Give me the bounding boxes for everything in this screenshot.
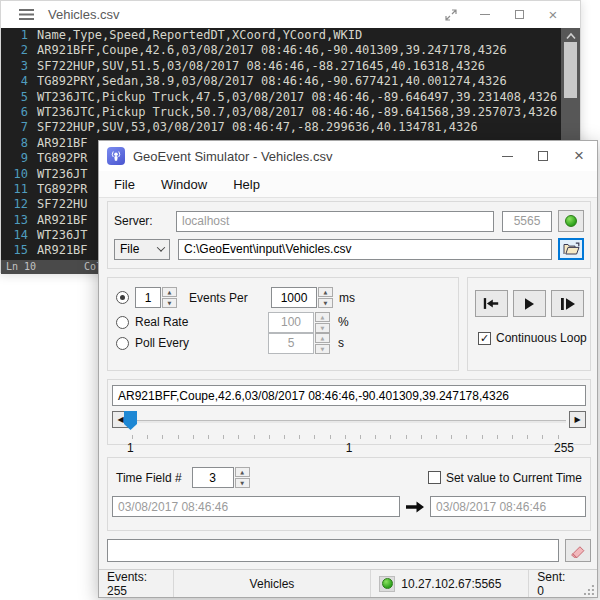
close-button[interactable]: × [561,141,597,171]
event-group: AR921BFF,Coupe,42.6,03/08/2017 08:46:46,… [107,379,591,445]
line-indicator: Ln 10 [6,260,36,274]
editor-line: 4TG892PRY,Sedan,38.9,03/08/2017 08:46:46… [1,74,580,89]
editor-line: 1Name,Type,Speed,ReportedDT,XCoord,YCoor… [1,28,580,43]
editor-titlebar: Vehicles.csv × [1,1,580,28]
chevron-down-icon [157,243,165,251]
clear-log-button[interactable] [565,539,591,562]
spin-up-icon[interactable]: ▲ [318,287,333,297]
slider-ticks [132,435,566,439]
menu-window[interactable]: Window [161,177,207,192]
real-rate-unit-label: % [338,315,349,329]
spin-down-icon[interactable]: ▼ [318,298,333,308]
expand-icon[interactable] [434,1,468,28]
message-row [107,539,591,562]
menu-file[interactable]: File [114,177,135,192]
resize-grip[interactable] [583,584,595,596]
geoevent-simulator-window: GeoEvent Simulator - Vehicles.csv × File… [98,140,598,598]
connection-status-button[interactable] [558,210,584,232]
connection-group: Server: localhost 5565 File C:\GeoEvent\… [107,201,591,269]
editor-line: 5WT236JTC,Pickup Truck,47.5,03/08/2017 0… [1,90,580,105]
playback-group: ✓ Continuous Loop [467,277,591,371]
continuous-loop-checkbox[interactable]: ✓ [478,332,491,345]
real-rate-stepper[interactable]: 100 ▲▼ [268,312,330,333]
minimize-button[interactable] [468,1,502,28]
simulator-titlebar: GeoEvent Simulator - Vehicles.csv × [99,141,597,171]
server-address: 10.27.102.67:5565 [401,577,501,591]
spin-up-icon[interactable]: ▲ [315,312,330,322]
interval-unit-label: ms [339,291,355,305]
scroll-up-icon [565,32,577,40]
menubar: File Window Help [99,171,597,198]
simulator-window-title: GeoEvent Simulator - Vehicles.csv [133,149,332,164]
continuous-loop-label: Continuous Loop [496,331,587,345]
eraser-icon [570,543,587,558]
time-to-field[interactable]: 03/08/2017 08:46:46 [430,496,586,517]
spin-up-icon[interactable]: ▲ [315,333,330,343]
skip-to-start-button[interactable] [475,290,508,317]
editor-window-title: Vehicles.csv [48,7,120,22]
slider-max-label: 255 [554,441,574,455]
events-count-stepper[interactable]: 1 ▲▼ [135,287,177,308]
feed-name: Vehicles [174,570,371,597]
open-folder-icon [563,242,580,256]
play-button[interactable] [513,290,546,317]
interval-stepper[interactable]: 1000 ▲▼ [271,287,333,308]
editor-line: 6WT236JTC,Pickup Truck,50.7,03/08/2017 0… [1,105,580,120]
sent-count: Sent: 0 [529,570,583,597]
spin-down-icon[interactable]: ▼ [315,344,330,354]
time-group: Time Field # 3 ▲▼ ✓ Set value to Current… [107,457,591,531]
play-icon [522,297,536,311]
real-rate-label: Real Rate [135,315,188,329]
time-field-label: Time Field # [116,471,182,485]
file-path-input[interactable]: C:\GeoEvent\input\Vehicles.csv [178,239,552,260]
scrollbar-thumb[interactable] [564,42,577,98]
rate-group: 1 ▲▼ Events Per 1000 ▲▼ ms Real Rate 100… [107,277,459,371]
events-count: Events: 255 [99,570,173,597]
event-slider[interactable]: ◀ ▶ 1 1 255 [108,409,590,443]
arrow-right-icon [405,500,425,514]
connected-icon [565,215,577,227]
step-forward-icon [559,297,576,311]
server-port-input[interactable]: 5565 [502,211,552,232]
real-rate-radio[interactable] [116,316,129,329]
maximize-button[interactable] [502,1,536,28]
slider-right-arrow[interactable]: ▶ [569,411,586,428]
events-per-label: Events Per [189,291,259,305]
maximize-button[interactable] [525,141,561,171]
browse-file-button[interactable] [558,238,584,260]
poll-stepper[interactable]: 5 ▲▼ [268,333,330,354]
server-label: Server: [114,214,176,228]
spin-up-icon[interactable]: ▲ [235,467,250,477]
slider-track[interactable] [132,420,566,423]
set-current-time-label: Set value to Current Time [446,471,582,485]
server-address-cell: 10.27.102.67:5565 [371,570,528,597]
step-forward-button[interactable] [551,290,584,317]
slider-current-label: 1 [346,441,353,455]
poll-every-radio[interactable] [116,337,129,350]
menu-help[interactable]: Help [233,177,260,192]
spin-down-icon[interactable]: ▼ [315,323,330,333]
time-from-field[interactable]: 03/08/2017 08:46:46 [112,496,400,517]
time-field-stepper[interactable]: 3 ▲▼ [192,467,250,488]
spin-down-icon[interactable]: ▼ [162,298,177,308]
spin-down-icon[interactable]: ▼ [235,478,250,488]
poll-every-label: Poll Every [135,336,189,350]
current-event-field[interactable]: AR921BFF,Coupe,42.6,03/08/2017 08:46:46,… [112,385,586,406]
set-current-time-checkbox[interactable]: ✓ [428,471,441,484]
source-type-select[interactable]: File [114,239,170,260]
skip-to-start-icon [482,297,500,310]
slider-min-label: 1 [127,441,134,455]
message-log-field[interactable] [107,539,559,562]
hamburger-menu-icon[interactable] [19,9,34,20]
geoevent-app-icon [107,147,125,165]
close-button[interactable]: × [536,1,570,28]
spin-up-icon[interactable]: ▲ [162,287,177,297]
poll-unit-label: s [338,336,344,350]
events-per-radio[interactable] [116,291,129,304]
editor-line: 7SF722HUP,SUV,53,03/08/2017 08:46:47,-88… [1,120,580,135]
editor-line: 2AR921BFF,Coupe,42.6,03/08/2017 08:46:46… [1,43,580,58]
simulator-statusbar: Events: 255 Vehicles 10.27.102.67:5565 S… [99,569,597,597]
editor-line: 3SF722HUP,SUV,51.5,03/08/2017 08:46:46,-… [1,59,580,74]
minimize-button[interactable] [489,141,525,171]
server-host-input[interactable]: localhost [176,211,494,232]
